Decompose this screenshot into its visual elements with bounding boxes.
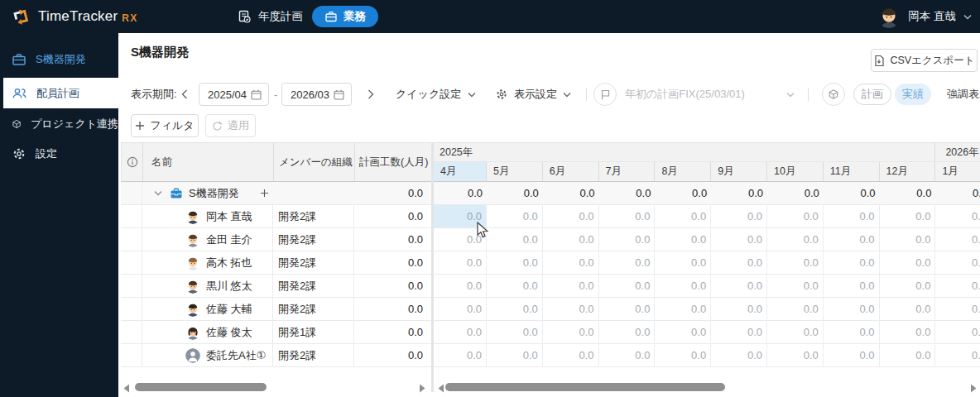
scroll-left-icon[interactable]: [437, 384, 444, 393]
member-name-cell[interactable]: 佐藤 俊太: [142, 321, 273, 343]
member-month-value[interactable]: 0.0: [487, 298, 543, 320]
member-month-value[interactable]: 0.0: [434, 298, 487, 320]
member-month-value[interactable]: 0.0: [767, 321, 824, 343]
member-month-value[interactable]: 0.0: [824, 275, 880, 297]
member-month-value[interactable]: 0.0: [655, 321, 711, 343]
filter-button[interactable]: フィルタ: [131, 114, 199, 137]
member-month-value[interactable]: 0.0: [487, 228, 543, 251]
member-month-value[interactable]: 0.0: [711, 344, 767, 366]
month-header-5月[interactable]: 5月: [487, 162, 543, 181]
member-month-value[interactable]: 0.0: [599, 298, 656, 320]
member-month-value[interactable]: 0.0: [767, 228, 824, 251]
member-month-value[interactable]: 0.0: [599, 321, 656, 343]
apply-button[interactable]: 適用: [205, 114, 256, 137]
member-month-value[interactable]: 0.0: [655, 205, 711, 227]
sidebar-item-staffing-plan[interactable]: 配員計画: [3, 78, 118, 108]
member-month-value[interactable]: 0.0: [880, 298, 936, 320]
snapshot-dropdown[interactable]: [786, 83, 795, 106]
member-month-value[interactable]: 0.0: [434, 321, 487, 343]
month-header-12月[interactable]: 12月: [880, 162, 936, 181]
member-month-value[interactable]: 0.0: [655, 275, 711, 297]
member-month-value[interactable]: 0.0: [880, 344, 936, 366]
member-month-value[interactable]: 0.0: [711, 205, 767, 227]
member-month-value[interactable]: 0.0: [935, 205, 980, 227]
member-month-value[interactable]: 0.0: [767, 205, 824, 227]
member-name-cell[interactable]: 黒川 悠太: [142, 275, 273, 297]
member-month-value[interactable]: 0.0: [543, 251, 599, 274]
member-name-cell[interactable]: 委託先A社①: [142, 344, 273, 366]
member-month-value[interactable]: 0.0: [711, 298, 767, 320]
sidebar-item-settings[interactable]: 設定: [0, 140, 118, 168]
member-month-value[interactable]: 0.0: [487, 344, 543, 366]
collapse-chevron-icon[interactable]: [154, 190, 162, 196]
member-month-value[interactable]: 0.0: [434, 344, 487, 366]
month-header-6月[interactable]: 6月: [543, 162, 599, 181]
month-header-7月[interactable]: 7月: [599, 162, 656, 181]
member-month-value[interactable]: 0.0: [434, 275, 487, 297]
scroll-left-icon[interactable]: [122, 384, 130, 393]
member-name-cell[interactable]: 金田 圭介: [142, 228, 273, 251]
member-month-value[interactable]: 0.0: [824, 228, 880, 251]
info-column-header[interactable]: [122, 143, 143, 181]
scroll-right-icon[interactable]: [419, 384, 426, 393]
member-month-value[interactable]: 0.0: [711, 228, 767, 251]
mode-cube-button[interactable]: [822, 83, 845, 106]
csv-export-button[interactable]: CSVエクスポート: [871, 49, 978, 72]
member-month-value[interactable]: 0.0: [543, 321, 599, 343]
plan-toggle[interactable]: 計画: [853, 84, 891, 105]
member-month-value[interactable]: 0.0: [935, 344, 980, 366]
period-next-button[interactable]: [368, 83, 374, 106]
member-name-cell[interactable]: 岡本 直哉: [142, 205, 273, 227]
nav-work[interactable]: 業務: [312, 6, 378, 27]
month-header-9月[interactable]: 9月: [711, 162, 767, 181]
member-month-value[interactable]: 0.0: [880, 228, 936, 251]
member-month-value[interactable]: 0.0: [599, 205, 656, 227]
member-month-value[interactable]: 0.0: [880, 251, 936, 274]
display-settings-dropdown[interactable]: 表示設定: [495, 83, 571, 106]
highlight-label[interactable]: 強調表示: [947, 83, 980, 106]
member-month-value[interactable]: 0.0: [655, 251, 711, 274]
member-name-cell[interactable]: 高木 拓也: [142, 251, 273, 274]
nav-annual-plan[interactable]: 年度計画: [237, 0, 303, 33]
member-month-value[interactable]: 0.0: [434, 251, 487, 274]
member-month-value[interactable]: 0.0: [487, 251, 543, 274]
member-month-value[interactable]: 0.0: [767, 344, 824, 366]
member-month-value[interactable]: 0.0: [880, 321, 936, 343]
member-name-cell[interactable]: 佐藤 大輔: [142, 298, 273, 320]
snapshot-flag-button[interactable]: [593, 83, 617, 106]
month-header-8月[interactable]: 8月: [655, 162, 711, 181]
member-month-value[interactable]: 0.0: [599, 251, 656, 274]
member-month-value[interactable]: 0.0: [711, 321, 767, 343]
months-pane-scrollbar-thumb[interactable]: [445, 383, 725, 391]
member-month-value[interactable]: 0.0: [487, 275, 543, 297]
member-month-value[interactable]: 0.0: [487, 321, 543, 343]
member-month-value[interactable]: 0.0: [824, 321, 880, 343]
member-month-value[interactable]: 0.0: [711, 251, 767, 274]
member-month-value[interactable]: 0.0: [824, 251, 880, 274]
add-member-button[interactable]: [260, 189, 269, 198]
period-end-input[interactable]: 2026/03: [281, 83, 352, 106]
member-month-value[interactable]: 0.0: [487, 205, 543, 227]
member-month-value[interactable]: 0.0: [824, 344, 880, 366]
fixed-pane-scrollbar-thumb[interactable]: [135, 383, 267, 391]
member-month-value[interactable]: 0.0: [543, 228, 599, 251]
member-month-value[interactable]: 0.0: [543, 275, 599, 297]
member-month-value[interactable]: 0.0: [599, 344, 656, 366]
month-header-11月[interactable]: 11月: [824, 162, 880, 181]
member-month-value[interactable]: 0.0: [935, 321, 980, 343]
member-month-value[interactable]: 0.0: [767, 251, 824, 274]
month-header-4月[interactable]: 4月: [434, 162, 487, 181]
member-month-value[interactable]: 0.0: [767, 298, 824, 320]
month-header-10月[interactable]: 10月: [767, 162, 824, 181]
member-month-value[interactable]: 0.0: [935, 228, 980, 251]
member-month-value[interactable]: 0.0: [935, 251, 980, 274]
quick-settings-dropdown[interactable]: クイック設定: [396, 83, 476, 106]
member-month-value[interactable]: 0.0: [543, 205, 599, 227]
member-month-value[interactable]: 0.0: [655, 228, 711, 251]
column-header-name[interactable]: 名前: [143, 143, 274, 181]
member-month-value[interactable]: 0.0: [599, 275, 656, 297]
member-month-value[interactable]: 0.0: [824, 298, 880, 320]
member-month-value[interactable]: 0.0: [935, 275, 980, 297]
scroll-right-icon[interactable]: [970, 384, 978, 393]
member-month-value[interactable]: 0.0: [543, 298, 599, 320]
